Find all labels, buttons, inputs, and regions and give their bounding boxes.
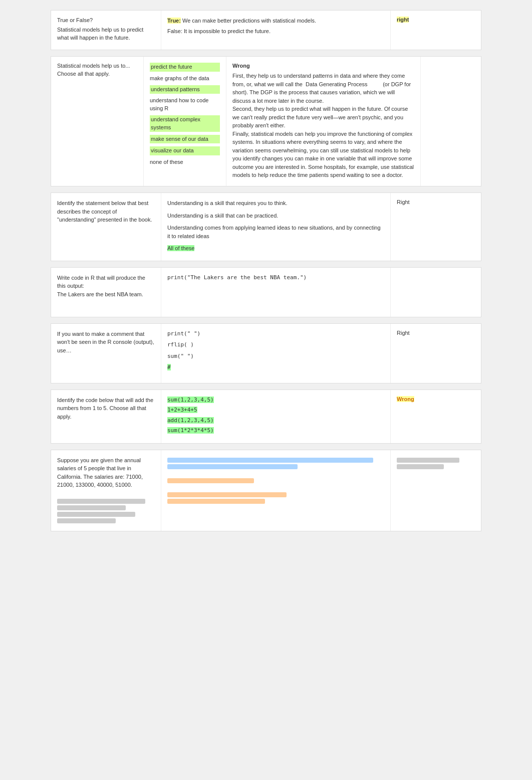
question-4: Write code in R that will produce the th…	[51, 267, 481, 317]
choice-patterns[interactable]: understand patterns	[150, 85, 220, 94]
q2-result	[421, 57, 481, 186]
q5-choice-3[interactable]: sum(" ")	[167, 352, 384, 361]
q6-result: Wrong	[397, 396, 414, 402]
question-3: Identify the statement below that best d…	[51, 192, 481, 261]
q3-choice-2[interactable]: Understanding is a skill that can be pra…	[167, 212, 384, 220]
question-6: Identify the code below that will add th…	[51, 389, 481, 444]
q7-blur-2	[57, 505, 126, 510]
q7-blur-3	[57, 512, 135, 517]
q7-blur-1	[57, 499, 145, 504]
q3-middle: Understanding is a skill that requires y…	[161, 193, 391, 261]
q5-highlighted: #	[167, 364, 171, 370]
choice-sense[interactable]: make sense of our data	[150, 135, 220, 143]
q1-true-text: We can make better predictions with stat…	[182, 18, 316, 24]
q4-code: print("The Lakers are the best NBA team.…	[167, 274, 384, 282]
q3-choice-3[interactable]: Understanding comes from applying learne…	[167, 224, 384, 240]
q2-title: Statistical models help us to...	[57, 63, 137, 69]
q1-middle: True: We can make better predictions wit…	[161, 11, 391, 50]
q6-choice-3[interactable]: add(1,2,3,4,5)	[167, 417, 384, 425]
q2-explanation: Wrong First, they help us to understand …	[226, 57, 421, 186]
q7-body: Suppose you are given the annual salarie…	[57, 456, 155, 489]
q5-right: Right	[391, 324, 481, 383]
q6-choice-1[interactable]: sum(1,2,3,4,5)	[167, 396, 384, 405]
q1-true-statement: True: We can make better predictions wit…	[167, 17, 384, 25]
q7-code-blur-3	[167, 478, 254, 483]
q7-code-blur-1	[167, 458, 373, 463]
q2-choices: predict the future make graphs of the da…	[144, 57, 226, 186]
q5-body: If you want to make a comment that won't…	[57, 330, 155, 355]
q7-code-blur-5	[167, 499, 265, 504]
q1-left: True or False? Statistical models help u…	[51, 11, 161, 50]
question-5: If you want to make a comment that won't…	[51, 323, 481, 383]
q7-blur-4	[57, 518, 116, 523]
q3-choice-1[interactable]: Understanding is a skill that requires y…	[167, 199, 384, 208]
q7-middle	[161, 450, 391, 531]
choice-predict[interactable]: predict the future	[150, 63, 220, 71]
q1-right: right	[391, 11, 481, 50]
choice-none[interactable]: none of these	[150, 158, 220, 166]
q1-result: right	[397, 17, 409, 23]
question-7: Suppose you are given the annual salarie…	[51, 450, 481, 531]
q6-choice-4[interactable]: sum(1*2*3*4*5)	[167, 427, 384, 435]
q7-code-blur-4	[167, 492, 287, 497]
q7-result-blur-2	[397, 464, 444, 469]
q5-choice-4[interactable]: #	[167, 363, 384, 372]
q6-right: Wrong	[391, 390, 481, 443]
q6-body: Identify the code below that will add th…	[57, 396, 155, 421]
q7-code-blur-2	[167, 464, 298, 469]
choice-complex[interactable]: understand complex systems	[150, 115, 220, 132]
choice-graphs[interactable]: make graphs of the data	[150, 75, 220, 82]
q6-middle: sum(1,2,3,4,5) 1+2+3+4+5 add(1,2,3,4,5) …	[161, 390, 391, 443]
q3-left: Identify the statement below that best d…	[51, 193, 161, 261]
page-container: True or False? Statistical models help u…	[51, 10, 481, 531]
q5-result: Right	[397, 330, 410, 336]
q3-choice-4[interactable]: All of these	[167, 244, 384, 253]
q5-choice-2[interactable]: rflip( )	[167, 341, 384, 349]
q5-left: If you want to make a comment that won't…	[51, 324, 161, 383]
q1-false-statement: False: It is impossible to predict the f…	[167, 27, 384, 36]
q3-body: Identify the statement below that best d…	[57, 199, 155, 224]
choice-visualize[interactable]: visualize our data	[150, 146, 220, 155]
q2-left: Statistical models help us to... Choose …	[51, 57, 144, 186]
question-1: True or False? Statistical models help u…	[51, 10, 481, 50]
q1-true-label: True:	[167, 18, 181, 24]
q3-right: Right	[391, 193, 481, 261]
q5-choice-1[interactable]: print(" ")	[167, 330, 384, 338]
choice-code[interactable]: understand how to code using R	[150, 97, 220, 112]
q4-body: Write code in R that will produce the th…	[57, 274, 155, 299]
question-2: Statistical models help us to... Choose …	[51, 56, 481, 186]
q1-title: True or False?	[57, 17, 155, 24]
q4-left: Write code in R that will produce the th…	[51, 268, 161, 317]
q3-highlighted: All of these	[167, 245, 194, 251]
q3-result: Right	[397, 199, 410, 205]
q4-right	[391, 268, 481, 317]
q7-left: Suppose you are given the annual salarie…	[51, 450, 161, 531]
q4-middle: print("The Lakers are the best NBA team.…	[161, 268, 391, 317]
q5-middle: print(" ") rflip( ) sum(" ") #	[161, 324, 391, 383]
q6-choice-2[interactable]: 1+2+3+4+5	[167, 406, 384, 415]
q7-right	[391, 450, 481, 531]
q2-exp-title: Wrong	[232, 63, 414, 69]
q2-subtitle: Choose all that apply.	[57, 71, 137, 77]
q1-body: Statistical models help us to predict wh…	[57, 26, 155, 42]
q6-left: Identify the code below that will add th…	[51, 390, 161, 443]
q2-exp-body: First, they help us to understand patter…	[232, 72, 414, 179]
q7-result-blur-1	[397, 458, 459, 463]
